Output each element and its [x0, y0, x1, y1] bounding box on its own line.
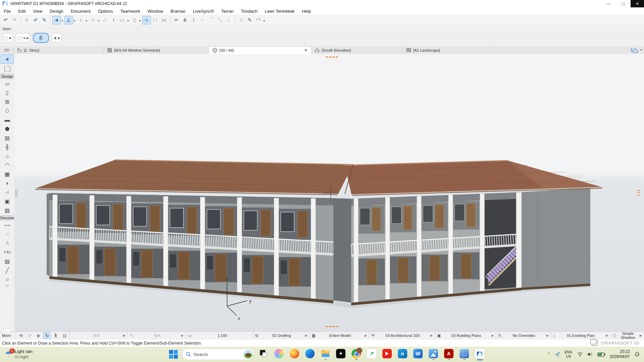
drag-mode-button[interactable]: ⬚▶: [3, 33, 13, 43]
guide-lines-caret-icon[interactable]: ▼: [73, 19, 76, 22]
roof-tool-icon[interactable]: ⌂: [224, 16, 233, 24]
marquee-mode-button[interactable]: ⬚➤▶: [16, 33, 30, 43]
zoom-in-icon[interactable]: ⊕: [35, 332, 42, 339]
archicad-taskbar-icon[interactable]: [475, 349, 485, 359]
orbit-forward-icon[interactable]: ⟳: [26, 332, 33, 339]
guide-lines-icon[interactable]: ∠: [64, 16, 73, 24]
figure-tool[interactable]: ⑁: [0, 230, 14, 239]
menu-leier[interactable]: Leier Termékek: [261, 7, 298, 15]
gravity-icon[interactable]: ⟊: [109, 16, 118, 24]
more-button[interactable]: More: [0, 332, 16, 339]
stair-tool[interactable]: ▤: [0, 133, 14, 142]
wall-tool[interactable]: ▱: [0, 79, 14, 88]
youtube-icon[interactable]: [382, 349, 392, 358]
graphisoft-id[interactable]: GRAPHISOFT ID: [601, 341, 639, 346]
building-3d[interactable]: [35, 160, 603, 306]
graphic-override-segment[interactable]: ⎘No Overrides▶: [496, 332, 551, 339]
viewport-3d[interactable]: z y x: [14, 54, 644, 331]
line-tool[interactable]: ╱: [0, 266, 14, 275]
edge-icon[interactable]: [305, 349, 315, 358]
outlook-icon[interactable]: o: [398, 349, 407, 358]
dropbox-icon[interactable]: ✦: [336, 349, 345, 358]
arc-caret-icon[interactable]: ▼: [263, 19, 266, 22]
menu-livesync[interactable]: LiveSync®: [189, 7, 217, 15]
volume-icon[interactable]: [587, 352, 593, 357]
label-tool[interactable]: ↖A1: [0, 248, 14, 257]
adjust-icon[interactable]: ↥: [190, 16, 198, 24]
circle-tool[interactable]: ○: [0, 275, 14, 284]
shell-tool[interactable]: ◠: [0, 161, 14, 170]
arrow-tool-icon[interactable]: ➤: [52, 16, 61, 24]
fillet-icon[interactable]: ⌒: [207, 16, 216, 24]
window-stack-icon[interactable]: [592, 341, 598, 346]
curtain-wall-tool[interactable]: ▦: [0, 170, 14, 179]
person-icon[interactable]: Ω: [130, 16, 139, 24]
annotate-icon[interactable]: ✎: [246, 16, 254, 24]
notification-bell-icon[interactable]: z: [634, 352, 640, 357]
tab-a1-landscape[interactable]: [A1 Landscape]: [403, 46, 494, 54]
text-tool[interactable]: A: [0, 239, 14, 248]
menu-edit[interactable]: Edit: [14, 7, 29, 15]
tab-3d-all[interactable]: [3D / All] ✕: [209, 46, 311, 54]
fit-view-icon[interactable]: ⊡: [61, 332, 68, 339]
wifi-icon[interactable]: [577, 352, 583, 357]
weather-widget[interactable]: ☂1 Light rain At night: [0, 349, 105, 359]
arc-icon[interactable]: ◠: [254, 16, 263, 24]
menu-help[interactable]: Help: [298, 7, 315, 15]
scale-segment[interactable]: ▭1:100: [186, 332, 253, 339]
slab-tool[interactable]: ⬟: [0, 124, 14, 133]
ruler-12-icon[interactable]: 1 2: [151, 16, 160, 24]
cursor-button[interactable]: ➤▶: [52, 33, 62, 43]
menu-file[interactable]: File: [0, 7, 14, 15]
tray-chevron-icon[interactable]: ⌃: [547, 352, 550, 357]
battery-icon[interactable]: [597, 352, 605, 357]
fill-tool[interactable]: ▨: [0, 257, 14, 266]
chrome-icon[interactable]: [352, 349, 361, 358]
marquee-tool[interactable]: [0, 64, 14, 73]
word-icon[interactable]: W: [413, 349, 423, 358]
window-tool[interactable]: ⊞: [0, 97, 14, 106]
acrobat-icon[interactable]: A: [444, 349, 453, 358]
arrow-tool-caret-icon[interactable]: ▼: [61, 19, 64, 22]
tab-window-schedule[interactable]: [IES-04 Window Schedule]: [104, 46, 209, 54]
pattern-icon[interactable]: ⁙: [237, 16, 246, 24]
scissors-icon[interactable]: ✂: [172, 16, 181, 24]
menu-options[interactable]: Options: [94, 7, 117, 15]
intersect-icon[interactable]: ⋈: [160, 16, 168, 24]
copilot-icon[interactable]: [274, 349, 284, 358]
person-caret-icon[interactable]: ▼: [139, 19, 142, 22]
morph-tool[interactable]: ◗: [0, 179, 14, 188]
railing-tool[interactable]: ╫: [0, 142, 14, 152]
menu-document[interactable]: Document: [67, 7, 94, 15]
menu-window[interactable]: Window: [144, 7, 167, 15]
pickup-parameters-icon[interactable]: ⌾: [22, 16, 31, 24]
polyline-tool[interactable]: ⌒: [0, 284, 14, 293]
transfer-settings-icon[interactable]: ✎: [40, 16, 49, 24]
paperclip-button[interactable]: [33, 33, 49, 43]
door-tool[interactable]: ▯: [0, 88, 14, 97]
resize-icon[interactable]: ⤡: [216, 16, 224, 24]
walk-icon[interactable]: [52, 332, 59, 339]
favorites-segment[interactable]: N/A▶: [70, 332, 128, 339]
arrow-tool[interactable]: ➤: [1, 54, 14, 64]
tab-close-icon[interactable]: ✕: [291, 48, 308, 53]
minimize-button[interactable]: —: [601, 0, 616, 7]
partial-structure-segment[interactable]: ▦Entire Model▶: [310, 332, 369, 339]
clock[interactable]: 20:22 2026/04/07: [610, 349, 630, 359]
firefox-icon[interactable]: [290, 349, 299, 358]
frame-icon[interactable]: ▭: [118, 16, 127, 24]
menu-view[interactable]: View: [29, 7, 46, 15]
renovation-filter-segment[interactable]: ⌂01 Existing Plan▶: [551, 332, 611, 339]
media-icon[interactable]: [460, 349, 469, 358]
menu-tondach[interactable]: Tondach: [237, 7, 261, 15]
frame-caret-icon[interactable]: ▼: [127, 19, 129, 22]
trim-icon[interactable]: ⌐: [198, 16, 207, 24]
redo-icon[interactable]: ↷: [10, 16, 19, 24]
snap-reference-caret-icon[interactable]: ▼: [85, 19, 88, 22]
close-button[interactable]: ✕: [631, 0, 644, 7]
stocks-icon[interactable]: ↗: [367, 349, 377, 359]
menu-design[interactable]: Design: [46, 7, 67, 15]
one-plane-icon[interactable]: ▱: [101, 16, 109, 24]
orbit-back-icon[interactable]: ⟲: [17, 332, 24, 339]
3d-style-segment[interactable]: ⬡Simple Shading▶: [610, 332, 644, 339]
